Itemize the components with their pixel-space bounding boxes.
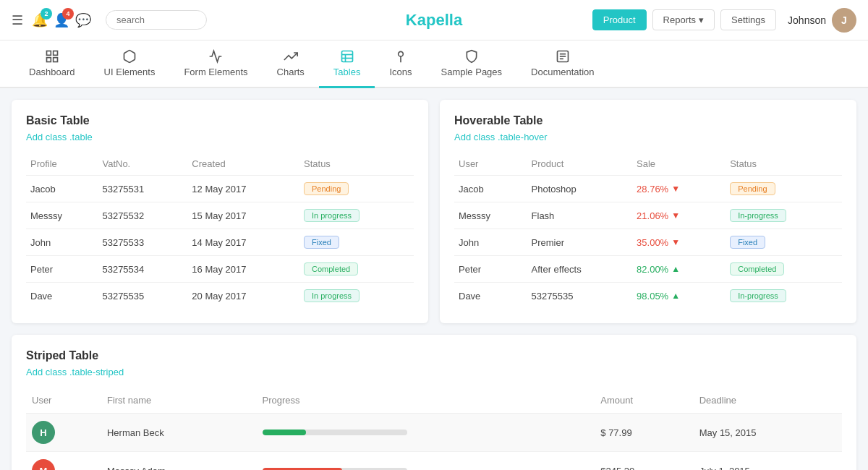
top-navbar: ☰ 🔔 2 👤 4 💬 Kapella Product Reports ▾ Se… [0, 0, 868, 40]
basic-cell-vatno: 53275533 [98, 229, 187, 256]
basic-col-profile: Profile [26, 153, 98, 176]
svg-rect-4 [341, 51, 352, 62]
charts-label: Charts [277, 67, 305, 77]
hoverable-table: User Product Sale Status Jacob Photoshop… [454, 153, 842, 309]
striped-cell-user: H [26, 414, 101, 452]
sample-pages-label: Sample Pages [441, 67, 503, 77]
svg-point-8 [399, 51, 404, 56]
hover-col-product: Product [527, 153, 633, 176]
hoverable-table-addclass: Add class .table-hover [454, 132, 842, 142]
hoverable-table-title: Hoverable Table [454, 114, 842, 127]
striped-table-addclass: Add class .table-striped [26, 367, 842, 377]
chat-icon[interactable]: 💬 [75, 12, 91, 28]
basic-table-addclass: Add class .table [26, 132, 414, 142]
hover-cell-status: In-progress [726, 283, 842, 309]
hover-cell-status: Pending [726, 176, 842, 202]
basic-table-card: Basic Table Add class .table Profile Vat… [12, 100, 428, 323]
striped-cell-deadline: May 15, 2015 [694, 414, 842, 452]
nav-form-elements[interactable]: Form Elements [169, 40, 262, 88]
icons-label: Icons [389, 67, 412, 77]
nav-charts[interactable]: Charts [263, 40, 319, 88]
nav-tables[interactable]: Tables [319, 40, 375, 88]
hover-col-user: User [454, 153, 527, 176]
hover-cell-product: 53275535 [527, 283, 633, 309]
ui-elements-label: UI Elements [104, 67, 156, 77]
user-name: Johnson [788, 14, 826, 26]
striped-col-firstname: First name [101, 388, 257, 414]
user-icon[interactable]: 👤 4 [54, 12, 69, 28]
table-row: Dave 53275535 98.05% ▲ In-progress [454, 283, 842, 309]
striped-col-progress: Progress [257, 388, 595, 414]
basic-col-vatno: VatNo. [98, 153, 187, 176]
basic-cell-status: In progress [299, 283, 414, 309]
striped-cell-user: M [26, 452, 101, 471]
charts-icon [284, 49, 298, 64]
hover-col-sale: Sale [632, 153, 726, 176]
nav-documentation[interactable]: Documentation [516, 40, 608, 88]
hover-cell-user: Jacob [454, 176, 527, 202]
table-row: H Herman Beck $ 77.99 May 15, 2015 [26, 414, 842, 452]
svg-rect-2 [46, 58, 51, 62]
svg-rect-0 [46, 51, 51, 56]
search-input[interactable] [106, 10, 207, 30]
striped-table-card: Striped Table Add class .table-striped U… [12, 335, 856, 470]
basic-cell-status: In progress [299, 202, 414, 229]
hover-cell-sale: 28.76% ▼ [632, 176, 726, 202]
table-row: Peter 53275534 16 May 2017 Completed [26, 256, 414, 283]
dashboard-label: Dashboard [29, 67, 75, 77]
form-elements-icon [208, 49, 223, 64]
basic-cell-profile: Jacob [26, 176, 98, 202]
basic-cell-created: 14 May 2017 [187, 229, 299, 256]
basic-cell-vatno: 53275534 [98, 256, 187, 283]
nav-dashboard[interactable]: Dashboard [14, 40, 90, 88]
basic-cell-status: Fixed [299, 229, 414, 256]
hamburger-icon[interactable]: ☰ [12, 12, 23, 28]
hover-cell-product: Photoshop [527, 176, 633, 202]
basic-cell-status: Completed [299, 256, 414, 283]
striped-col-deadline: Deadline [694, 388, 842, 414]
dashboard-icon [45, 49, 59, 64]
striped-table-title: Striped Table [26, 349, 842, 362]
nav-icons[interactable]: Icons [375, 40, 426, 88]
basic-cell-vatno: 53275531 [98, 176, 187, 202]
striped-table: User First name Progress Amount Deadline… [26, 388, 842, 470]
hover-cell-status: Fixed [726, 229, 842, 256]
basic-cell-created: 12 May 2017 [187, 176, 299, 202]
nav-sample-pages[interactable]: Sample Pages [427, 40, 517, 88]
hover-cell-sale: 35.00% ▼ [632, 229, 726, 256]
hover-cell-user: John [454, 229, 527, 256]
basic-cell-vatno: 53275535 [98, 283, 187, 309]
nav-ui-elements[interactable]: UI Elements [90, 40, 170, 88]
tables-row: Basic Table Add class .table Profile Vat… [12, 100, 856, 323]
basic-table: Profile VatNo. Created Status Jacob 5327… [26, 153, 414, 309]
hover-cell-product: Premier [527, 229, 633, 256]
nav-right: Product Reports ▾ Settings Johnson J [592, 8, 856, 33]
reports-button[interactable]: Reports ▾ [652, 9, 715, 30]
documentation-label: Documentation [531, 67, 594, 77]
main-content: Basic Table Add class .table Profile Vat… [0, 88, 868, 470]
hover-cell-status: In-progress [726, 202, 842, 229]
striped-col-amount: Amount [595, 388, 693, 414]
nav-left: ☰ 🔔 2 👤 4 💬 [12, 10, 207, 30]
basic-cell-profile: Dave [26, 283, 98, 309]
notification-bell-icon[interactable]: 🔔 2 [32, 12, 48, 28]
product-button[interactable]: Product [592, 9, 647, 30]
avatar: J [832, 8, 856, 33]
svg-rect-3 [53, 58, 57, 62]
icons-nav-icon [393, 49, 408, 64]
basic-cell-created: 16 May 2017 [187, 256, 299, 283]
basic-col-status: Status [299, 153, 414, 176]
basic-cell-profile: John [26, 229, 98, 256]
nav-icons: 🔔 2 👤 4 💬 [32, 12, 91, 28]
hover-cell-user: Peter [454, 256, 527, 283]
hover-cell-user: Dave [454, 283, 527, 309]
hover-col-status: Status [726, 153, 842, 176]
striped-cell-firstname: Messsy Adam [101, 452, 257, 471]
settings-button[interactable]: Settings [720, 9, 776, 30]
basic-cell-status: Pending [299, 176, 414, 202]
ui-elements-icon [122, 49, 137, 64]
chevron-down-icon: ▾ [699, 14, 704, 25]
table-row: Messsy 53275532 15 May 2017 In progress [26, 202, 414, 229]
avatar: H [32, 421, 55, 444]
tables-label: Tables [333, 67, 361, 77]
